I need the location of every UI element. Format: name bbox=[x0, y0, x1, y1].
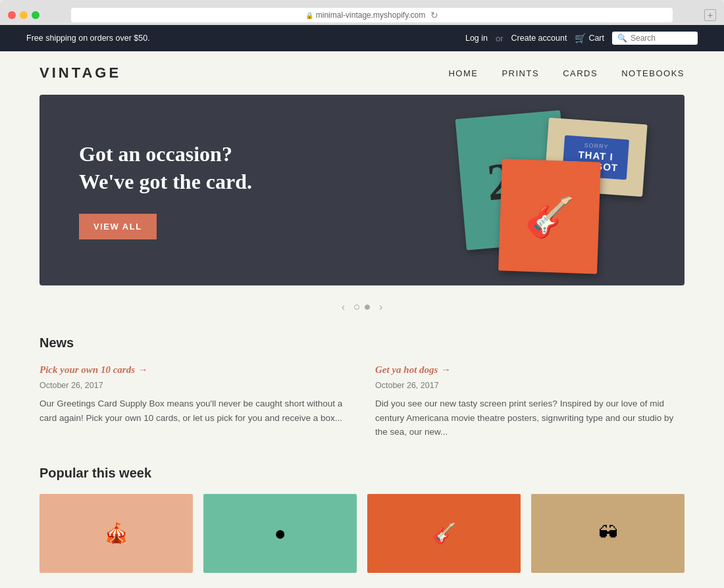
product-card-2[interactable]: ● bbox=[203, 494, 357, 573]
shipping-text: Free shipping on orders over $50. bbox=[26, 34, 150, 43]
product-image-2: ● bbox=[274, 522, 286, 545]
view-all-button[interactable]: VIEW ALL bbox=[79, 214, 157, 239]
address-bar[interactable]: 🔒 minimal-vintage.myshopify.com ↻ bbox=[71, 8, 673, 22]
news-item-2: Get ya hot dogs → October 26, 2017 Did y… bbox=[375, 364, 685, 439]
lock-icon: 🔒 bbox=[305, 12, 313, 19]
site-nav: HOME PRINTS CARDS NOTEBOOKS bbox=[448, 68, 685, 78]
cart-label: Cart bbox=[588, 34, 604, 43]
product-thumb-2: ● bbox=[203, 494, 357, 573]
popular-grid: 🎪 ● 🎸 🕶 bbox=[39, 494, 685, 573]
product-image-1: 🎪 bbox=[104, 522, 128, 545]
top-bar-right: Log in or Create account 🛒 Cart 🔍 bbox=[465, 32, 698, 45]
product-card-1[interactable]: 🎪 bbox=[39, 494, 193, 573]
popular-section: Popular this week 🎪 ● 🎸 🕶 bbox=[0, 459, 724, 586]
hero-section: Got an occasion? We've got the card. VIE… bbox=[39, 95, 685, 285]
login-link[interactable]: Log in bbox=[465, 34, 488, 43]
refresh-button[interactable]: ↻ bbox=[430, 10, 438, 20]
news-section: News Pick your own 10 cards → October 26… bbox=[0, 322, 724, 459]
product-thumb-1: 🎪 bbox=[39, 494, 193, 573]
close-dot[interactable] bbox=[8, 11, 16, 19]
site-header: VINTAGE HOME PRINTS CARDS NOTEBOOKS bbox=[0, 51, 724, 95]
search-icon: 🔍 bbox=[617, 34, 627, 43]
site-logo[interactable]: VINTAGE bbox=[39, 64, 121, 82]
news-link-1[interactable]: Pick your own 10 cards → bbox=[39, 364, 147, 376]
prev-arrow[interactable]: ‹ bbox=[338, 301, 349, 313]
news-title: News bbox=[39, 335, 685, 351]
product-thumb-3: 🎸 bbox=[367, 494, 521, 573]
nav-notebooks[interactable]: NOTEBOOKS bbox=[621, 68, 685, 78]
product-thumb-4: 🕶 bbox=[531, 494, 685, 573]
hero-headline: Got an occasion? We've got the card. bbox=[79, 141, 290, 195]
search-box[interactable]: 🔍 bbox=[612, 32, 698, 45]
news-date-1: October 26, 2017 bbox=[39, 381, 349, 390]
news-date-2: October 26, 2017 bbox=[375, 381, 685, 390]
browser-chrome: 🔒 minimal-vintage.myshopify.com ↻ + bbox=[0, 0, 724, 25]
create-account-link[interactable]: Create account bbox=[511, 34, 567, 43]
product-card-3[interactable]: 🎸 bbox=[367, 494, 521, 573]
slide-dot-1[interactable] bbox=[354, 305, 359, 310]
cart-area[interactable]: 🛒 Cart bbox=[575, 33, 604, 43]
browser-dots bbox=[8, 11, 39, 19]
site-wrapper: Free shipping on orders over $50. Log in… bbox=[0, 25, 724, 588]
or-separator: or bbox=[496, 34, 504, 43]
new-tab-button[interactable]: + bbox=[704, 9, 716, 21]
product-card-4[interactable]: 🕶 bbox=[531, 494, 685, 573]
cart-icon: 🛒 bbox=[575, 33, 586, 43]
top-bar: Free shipping on orders over $50. Log in… bbox=[0, 25, 724, 51]
nav-prints[interactable]: PRINTS bbox=[502, 68, 539, 78]
slide-dot-2[interactable] bbox=[365, 305, 370, 310]
news-excerpt-2: Did you see our new tasty screen print s… bbox=[375, 397, 685, 439]
news-grid: Pick your own 10 cards → October 26, 201… bbox=[39, 364, 685, 439]
hero-text: Got an occasion? We've got the card. VIE… bbox=[39, 141, 685, 239]
nav-home[interactable]: HOME bbox=[448, 68, 478, 78]
minimize-dot[interactable] bbox=[20, 11, 28, 19]
nav-cards[interactable]: CARDS bbox=[563, 68, 598, 78]
news-excerpt-1: Our Greetings Card Supply Box means you'… bbox=[39, 397, 349, 425]
hero-slide: Got an occasion? We've got the card. VIE… bbox=[39, 95, 685, 285]
product-image-3: 🎸 bbox=[432, 522, 456, 545]
news-link-2[interactable]: Get ya hot dogs → bbox=[375, 364, 450, 376]
search-input[interactable] bbox=[631, 34, 692, 43]
maximize-dot[interactable] bbox=[32, 11, 39, 19]
slider-dots: ‹ › bbox=[0, 292, 724, 322]
popular-title: Popular this week bbox=[39, 466, 685, 481]
news-item-1: Pick your own 10 cards → October 26, 201… bbox=[39, 364, 349, 439]
product-image-4: 🕶 bbox=[598, 522, 618, 545]
next-arrow[interactable]: › bbox=[375, 301, 386, 313]
url-text: minimal-vintage.myshopify.com bbox=[316, 11, 426, 20]
